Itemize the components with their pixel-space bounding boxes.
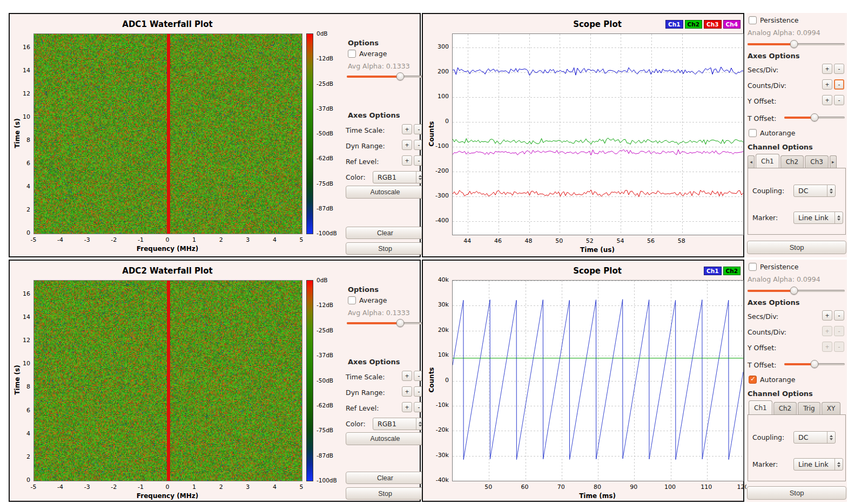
legend-chip-ch2[interactable]: Ch2	[723, 267, 741, 275]
y-tick-label: 8	[8, 137, 30, 144]
average-checkbox-box[interactable]	[348, 50, 356, 58]
x-tick-label: -2	[111, 236, 117, 243]
counts-div-plus-button[interactable]: +	[822, 79, 832, 90]
y-tick-label: -40k	[426, 476, 449, 483]
color-select[interactable]: RGB1	[373, 171, 425, 183]
persistence-checkbox[interactable]: Persistence	[749, 16, 799, 24]
scope1-canvas[interactable]	[453, 34, 743, 235]
average-checkbox-box[interactable]	[348, 296, 356, 304]
average-checkbox[interactable]: Average	[348, 296, 387, 304]
time-scale-plus-button[interactable]: +	[402, 124, 412, 134]
x-tick-label: 54	[616, 237, 624, 244]
coupling-select[interactable]: DC	[793, 431, 836, 444]
marker-select[interactable]: Line Link	[793, 458, 843, 471]
coupling-label: Coupling:	[752, 433, 784, 441]
avg-alpha-slider[interactable]	[347, 319, 423, 327]
average-checkbox-label: Average	[359, 50, 387, 58]
tabs-scroll-right-icon[interactable]: ▸	[830, 155, 837, 168]
t-offset-slider[interactable]	[784, 113, 845, 121]
secs-div-plus-button[interactable]: +	[822, 64, 832, 74]
y-offset-plus-button[interactable]: +	[822, 95, 832, 105]
dyn-range-plus-button[interactable]: +	[402, 386, 412, 397]
tab-xy[interactable]: XY	[822, 402, 841, 414]
persistence-checkbox-box[interactable]	[749, 16, 757, 24]
stop-button[interactable]: Stop	[747, 241, 846, 254]
spinner-arrows-icon[interactable]	[827, 432, 835, 443]
tab-ch2[interactable]: Ch2	[780, 155, 804, 168]
spinner-arrows-icon[interactable]	[827, 185, 835, 196]
slider-knob[interactable]	[396, 319, 405, 327]
adc2-waterfall-plot[interactable]	[33, 280, 302, 481]
y-offset-label: Y Offset:	[748, 97, 776, 105]
slider-knob[interactable]	[811, 113, 819, 121]
legend-chip-ch2[interactable]: Ch2	[685, 20, 703, 29]
tab-ch3[interactable]: Ch3	[805, 155, 829, 168]
clear-button[interactable]: Clear	[346, 472, 425, 484]
autoscale-button[interactable]: Autoscale	[346, 432, 425, 445]
stop-button[interactable]: Stop	[747, 486, 846, 500]
scope1-plot[interactable]	[452, 33, 744, 235]
secs-div-plus-button[interactable]: +	[822, 310, 832, 321]
autorange-checkbox[interactable]: Autorange	[749, 129, 795, 137]
tab-ch1[interactable]: Ch1	[756, 154, 779, 168]
dyn-range-plus-button[interactable]: +	[402, 140, 412, 150]
adc1-waterfall-canvas[interactable]	[34, 34, 302, 234]
legend-chip-ch1[interactable]: Ch1	[665, 20, 683, 29]
scope2-canvas[interactable]	[453, 281, 743, 481]
ref-level-plus-button[interactable]: +	[402, 155, 412, 166]
y-tick-label: -30k	[426, 452, 449, 459]
analog-alpha-slider[interactable]	[748, 40, 845, 48]
dyn-range-label: Dyn Range:	[346, 142, 385, 150]
y-offset-minus-button[interactable]: -	[834, 342, 844, 352]
time-scale-label: Time Scale:	[346, 126, 385, 134]
secs-div-minus-button[interactable]: -	[834, 64, 844, 74]
y-offset-minus-button[interactable]: -	[834, 95, 844, 105]
tab-ch2[interactable]: Ch2	[773, 402, 797, 414]
persistence-checkbox-box[interactable]	[749, 263, 757, 271]
avg-alpha-slider[interactable]	[347, 72, 423, 80]
clear-button[interactable]: Clear	[346, 227, 425, 239]
coupling-select[interactable]: DC	[793, 185, 836, 197]
legend-chip-ch3[interactable]: Ch3	[704, 20, 722, 29]
adc1-waterfall-plot[interactable]	[33, 33, 302, 234]
colorbar-tick-label: -50dB	[317, 130, 333, 137]
tab-ch1[interactable]: Ch1	[749, 400, 772, 414]
adc2-waterfall-canvas[interactable]	[34, 281, 302, 481]
stop-button[interactable]: Stop	[346, 487, 425, 500]
autorange-checkbox[interactable]: Autorange	[749, 376, 795, 384]
counts-div-minus-button[interactable]: -	[834, 79, 844, 90]
autorange-checkbox-box[interactable]	[749, 129, 757, 137]
x-tick-label: 4	[273, 483, 277, 491]
tab-trig[interactable]: Trig	[798, 402, 820, 414]
counts-div-minus-button[interactable]: -	[834, 326, 844, 336]
time-scale-plus-button[interactable]: +	[402, 371, 412, 381]
slider-knob[interactable]	[790, 40, 798, 48]
ref-level-plus-button[interactable]: +	[402, 402, 412, 412]
y-tick-label: 2	[8, 206, 30, 213]
spinner-arrows-icon[interactable]	[834, 459, 843, 470]
t-offset-slider[interactable]	[784, 360, 845, 368]
legend-chip-ch1[interactable]: Ch1	[704, 267, 722, 275]
autoscale-button[interactable]: Autoscale	[346, 186, 425, 199]
marker-select[interactable]: Line Link	[793, 212, 843, 224]
tabs-scroll-left-icon[interactable]: ◂	[748, 155, 755, 168]
autorange-checkbox-box[interactable]	[749, 376, 757, 384]
color-select[interactable]: RGB1	[373, 418, 425, 430]
average-checkbox[interactable]: Average	[348, 50, 387, 58]
secs-div-label: Secs/Div:	[748, 66, 778, 74]
scope2-plot[interactable]	[452, 280, 744, 481]
spinner-arrows-icon[interactable]	[834, 212, 843, 223]
y-offset-plus-button[interactable]: +	[822, 342, 832, 352]
slider-knob[interactable]	[811, 360, 819, 368]
counts-div-plus-button[interactable]: +	[822, 326, 832, 336]
slider-knob[interactable]	[396, 72, 405, 80]
x-tick-label: 44	[463, 237, 471, 244]
channel-tab-panel: Coupling: DC Marker: Line Link	[748, 414, 846, 481]
legend-chip-ch4[interactable]: Ch4	[723, 20, 741, 29]
x-tick-label: 50	[555, 237, 563, 244]
secs-div-minus-button[interactable]: -	[834, 310, 844, 321]
slider-knob[interactable]	[790, 287, 798, 295]
stop-button[interactable]: Stop	[346, 242, 425, 255]
persistence-checkbox[interactable]: Persistence	[749, 263, 799, 271]
analog-alpha-slider[interactable]	[748, 287, 845, 295]
